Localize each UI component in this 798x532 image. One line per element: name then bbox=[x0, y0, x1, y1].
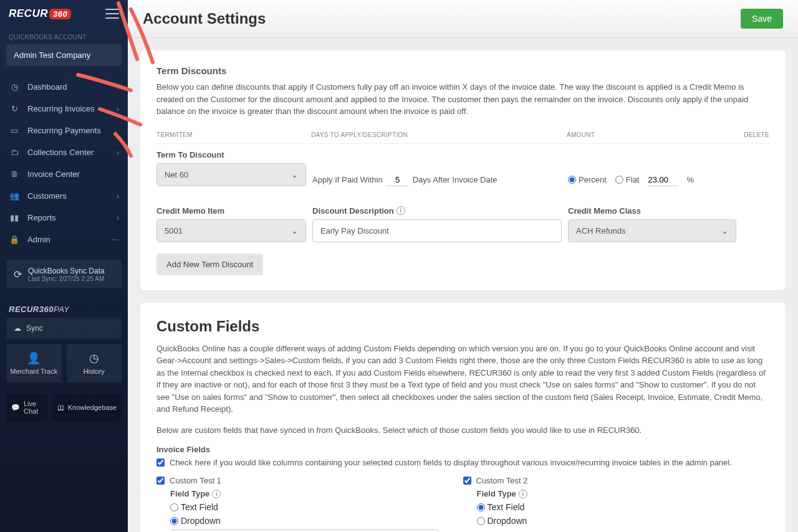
cloud-icon: ☁ bbox=[14, 324, 21, 333]
sidebar-item-recurring-payments[interactable]: ▭Recurring Payments bbox=[0, 120, 128, 141]
term-discounts-intro: Below you can define discounts that appl… bbox=[156, 81, 769, 118]
sidebar-item-reports[interactable]: ▮▮Reports› bbox=[0, 207, 128, 229]
flat-radio[interactable]: Flat bbox=[615, 175, 640, 184]
more-icon: ⋯ bbox=[112, 235, 119, 244]
cf1-dropdown-radio[interactable]: Dropdown bbox=[170, 516, 463, 526]
chevron-right-icon: › bbox=[117, 83, 119, 92]
info-icon[interactable]: i bbox=[519, 490, 527, 498]
nav-icon: 🔒 bbox=[9, 235, 20, 244]
nav: ◷Dashboard›↻Recurring Invoices›▭Recurrin… bbox=[0, 76, 128, 250]
info-icon[interactable]: i bbox=[212, 490, 221, 498]
nav-label: Reports bbox=[27, 213, 56, 222]
chevron-down-icon: ⌄ bbox=[291, 170, 298, 179]
nav-label: Recurring Invoices bbox=[27, 104, 95, 113]
invoice-fields-label: Invoice Fields bbox=[156, 445, 769, 454]
chevron-down-icon: ⌄ bbox=[291, 226, 298, 235]
percent-sign: % bbox=[686, 175, 694, 184]
sync-subtitle: Last Sync: 2/27/25 2:25 AM bbox=[28, 275, 105, 282]
discount-description-label: Discount Description i bbox=[312, 206, 562, 216]
custom-fields-p1: QuickBooks Online has a couple different… bbox=[156, 343, 769, 416]
discount-description-input[interactable] bbox=[312, 219, 562, 242]
custom-fields-card: Custom Fields QuickBooks Online has a co… bbox=[140, 303, 786, 533]
recur360pay-label: RECUR360PAY bbox=[6, 301, 122, 318]
chevron-right-icon: › bbox=[117, 105, 119, 113]
quickbooks-account-label: QUICKBOOKS ACCOUNT: bbox=[0, 27, 128, 44]
nav-label: Collections Center bbox=[27, 148, 94, 157]
cf2-text-field-radio[interactable]: Text Field bbox=[477, 502, 770, 512]
term-discounts-heading: Term Discounts bbox=[156, 65, 769, 76]
credit-memo-class-label: Credit Memo Class bbox=[568, 206, 736, 216]
nav-label: Dashboard bbox=[27, 82, 67, 92]
clock-icon: ◷ bbox=[70, 351, 118, 365]
header-amount: AMOUNT bbox=[567, 131, 732, 138]
custom-test-1-checkbox[interactable]: Custom Test 1 bbox=[156, 476, 463, 485]
field-type-label-1: Field Type i bbox=[170, 489, 463, 498]
header-term: TERM/ITEM bbox=[156, 131, 311, 138]
nav-icon: ↻ bbox=[9, 104, 20, 113]
book-icon: 🕮 bbox=[57, 404, 64, 411]
sidebar-item-invoice-center[interactable]: 🗎Invoice Center bbox=[0, 163, 128, 185]
nav-icon: 🗎 bbox=[9, 169, 20, 179]
pay-sync-button[interactable]: ☁ Sync bbox=[6, 318, 122, 339]
custom-fields-heading: Custom Fields bbox=[156, 318, 769, 335]
nav-label: Admin bbox=[27, 235, 50, 244]
sidebar-item-recurring-invoices[interactable]: ↻Recurring Invoices› bbox=[0, 98, 128, 120]
credit-memo-class-select[interactable]: ACH Refunds ⌄ bbox=[568, 219, 736, 242]
chevron-right-icon: › bbox=[117, 148, 119, 157]
sidebar-item-collections-center[interactable]: 🗀Collections Center› bbox=[0, 141, 128, 163]
sync-icon: ⟳ bbox=[14, 268, 22, 280]
add-term-discount-button[interactable]: Add New Term Discount bbox=[156, 254, 263, 275]
header-delete: DELETE bbox=[732, 131, 769, 138]
hamburger-icon[interactable] bbox=[105, 9, 119, 19]
custom-fields-p2: Below are custom fields that have synced… bbox=[156, 424, 769, 437]
custom-test-2-checkbox[interactable]: Custom Test 2 bbox=[463, 476, 770, 485]
chat-icon: 💬 bbox=[11, 404, 20, 412]
live-chat-link[interactable]: 💬 Live Chat bbox=[6, 394, 47, 421]
sync-title: QuickBooks Sync Data bbox=[28, 267, 105, 275]
header-desc: DAYS TO APPLY/DESCRIPTION bbox=[311, 131, 567, 138]
nav-label: Invoice Center bbox=[27, 169, 80, 179]
sidebar-item-admin[interactable]: 🔒Admin⋯ bbox=[0, 229, 128, 250]
nav-label: Recurring Payments bbox=[27, 126, 101, 135]
cf2-dropdown-radio[interactable]: Dropdown bbox=[477, 516, 770, 526]
dropdown-tags[interactable]: First×Second×Third×Fourth×Fifth×Seven× bbox=[170, 530, 438, 532]
topbar: Account Settings Save bbox=[128, 0, 798, 38]
knowledgebase-link[interactable]: 🕮 Knowledgebase bbox=[52, 394, 122, 421]
person-icon: 👤 bbox=[10, 351, 58, 365]
amount-input[interactable] bbox=[648, 174, 678, 186]
quickbooks-sync-box[interactable]: ⟳ QuickBooks Sync Data Last Sync: 2/27/2… bbox=[6, 260, 122, 288]
term-discounts-card: Term Discounts Below you can define disc… bbox=[140, 50, 786, 290]
credit-memo-item-select[interactable]: 5001 ⌄ bbox=[156, 219, 306, 242]
cf1-text-field-radio[interactable]: Text Field bbox=[170, 502, 463, 512]
nav-icon: 🗀 bbox=[9, 148, 20, 157]
merchant-track-tile[interactable]: 👤 Merchant Track bbox=[6, 344, 62, 382]
nav-icon: ▮▮ bbox=[9, 213, 20, 222]
sidebar: RECUR360 QUICKBOOKS ACCOUNT: Admin Test … bbox=[0, 0, 128, 532]
chevron-down-icon: ⌄ bbox=[721, 226, 728, 235]
apply-prefix: Apply If Paid Within bbox=[312, 175, 383, 184]
term-to-discount-label: Term To Discount bbox=[156, 150, 306, 159]
nav-icon: 👥 bbox=[9, 191, 20, 201]
field-type-label-2: Field Type i bbox=[477, 489, 770, 498]
term-to-discount-select[interactable]: Net 60 ⌄ bbox=[156, 163, 306, 186]
percent-radio[interactable]: Percent bbox=[568, 175, 607, 184]
info-icon[interactable]: i bbox=[397, 206, 405, 215]
save-button[interactable]: Save bbox=[741, 9, 783, 29]
sidebar-item-dashboard[interactable]: ◷Dashboard› bbox=[0, 76, 128, 98]
account-selector[interactable]: Admin Test Company bbox=[6, 44, 122, 66]
credit-memo-item-label: Credit Memo Item bbox=[156, 206, 306, 216]
page-title: Account Settings bbox=[143, 10, 266, 27]
chevron-right-icon: › bbox=[117, 214, 119, 222]
chevron-right-icon: › bbox=[117, 192, 119, 201]
nav-icon: ▭ bbox=[9, 126, 20, 135]
nav-label: Customers bbox=[27, 191, 67, 201]
apply-days-input[interactable] bbox=[387, 174, 409, 186]
apply-suffix: Days After Invoice Date bbox=[413, 175, 498, 184]
display-columns-checkbox[interactable]: Check here if you would like columns con… bbox=[156, 458, 769, 467]
logo: RECUR360 bbox=[9, 7, 71, 20]
account-name: Admin Test Company bbox=[14, 50, 90, 60]
sidebar-item-customers[interactable]: 👥Customers› bbox=[0, 185, 128, 207]
nav-icon: ◷ bbox=[9, 82, 20, 92]
history-tile[interactable]: ◷ History bbox=[67, 344, 122, 382]
